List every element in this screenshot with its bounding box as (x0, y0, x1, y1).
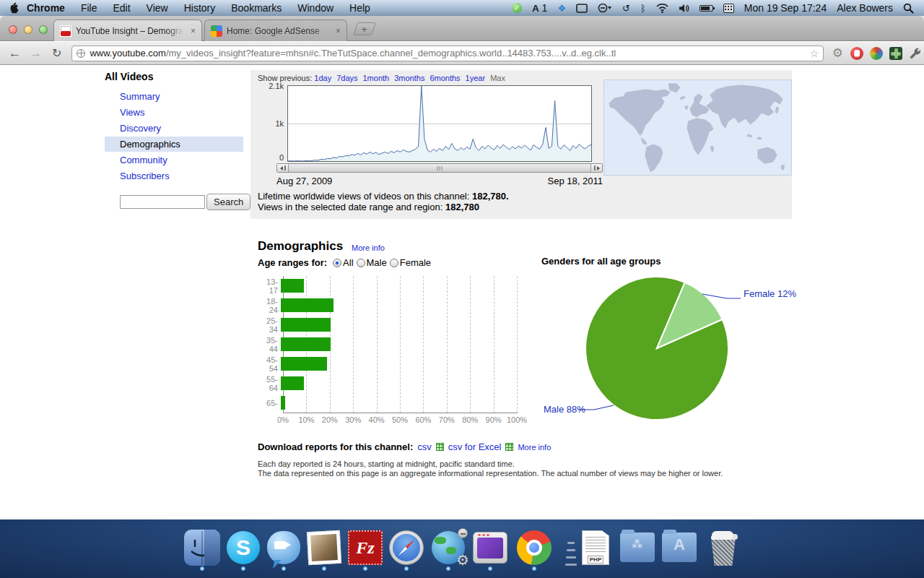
timeline-scrollbar[interactable] (276, 163, 603, 173)
app-a-status-icon[interactable]: A 1 (532, 2, 547, 14)
menu-edit[interactable]: Edit (105, 2, 138, 14)
zoom-window-button[interactable] (39, 25, 48, 34)
csv-file-icon[interactable] (436, 443, 444, 451)
dock-filezilla-icon[interactable]: Fz (347, 530, 383, 566)
menu-clock[interactable]: Mon 19 Sep 17:24 (744, 2, 827, 14)
sidebar-item-subscribers[interactable]: Subscribers (105, 168, 249, 184)
tab-adsense[interactable]: Home: Google AdSense × (204, 20, 347, 41)
dropbox-icon[interactable]: ❖ (557, 2, 566, 14)
dock-skype-icon[interactable]: S (225, 530, 261, 566)
url-host: www.youtube.com (90, 48, 166, 59)
range-6months[interactable]: 6months (430, 74, 460, 82)
radio-female-label[interactable]: Female (400, 257, 431, 268)
menu-app-name[interactable]: Chrome (19, 2, 73, 14)
menu-bookmarks[interactable]: Bookmarks (223, 2, 289, 14)
range-1year[interactable]: 1year (466, 74, 486, 82)
display-icon[interactable] (576, 2, 588, 14)
extension-colorful-icon[interactable] (870, 47, 883, 60)
bookmark-star-icon[interactable]: ☆ (810, 48, 819, 59)
dock-php-file-icon[interactable]: PHP (578, 530, 614, 566)
extension-plus-icon[interactable] (889, 47, 902, 60)
menu-file[interactable]: File (73, 2, 105, 14)
sidebar-search-button[interactable]: Search (206, 194, 250, 210)
bar-axis-ticks: 0% 10% 20% 30% 40% 50% 60% 70% 80% 90% 1… (283, 415, 517, 426)
age-ranges-filter: Age ranges for: All Male Female (258, 257, 431, 268)
scrollbar-left-handle[interactable] (277, 164, 289, 172)
menu-user[interactable]: Alex Bowers (837, 2, 893, 14)
pie-label-male: Male 88% (544, 404, 585, 415)
battery-icon[interactable] (699, 2, 713, 14)
sidebar-search-input[interactable] (120, 195, 205, 209)
range-3months[interactable]: 3months (394, 74, 424, 82)
radio-all[interactable] (333, 259, 341, 267)
apple-menu-icon[interactable] (9, 2, 19, 14)
csv-excel-link[interactable]: csv for Excel (448, 441, 502, 452)
chrome-settings-wrench-icon[interactable] (909, 47, 922, 60)
keyboard-viewer-icon[interactable] (723, 2, 734, 14)
csv-link[interactable]: csv (417, 441, 432, 452)
csv-excel-file-icon[interactable] (505, 443, 513, 451)
radio-all-label[interactable]: All (343, 257, 353, 268)
dock-trash-icon[interactable] (705, 530, 741, 566)
wifi-icon[interactable] (656, 2, 668, 14)
forward-button[interactable]: → (30, 46, 42, 61)
new-tab-button[interactable]: + (353, 22, 376, 35)
extension-adblock-icon[interactable] (850, 47, 863, 60)
extension-gear-icon[interactable]: ⚙ (831, 47, 844, 60)
browser-window: YouTube Insight – Demograp × Home: Googl… (0, 16, 924, 519)
do-not-disturb-icon[interactable] (598, 2, 612, 14)
range-max[interactable]: Max (490, 74, 505, 82)
dock-applications-folder-icon[interactable]: A (661, 530, 697, 566)
world-map[interactable] (603, 79, 792, 176)
address-bar[interactable]: www.youtube.com /my_videos_insight?featu… (71, 46, 824, 61)
sidebar-item-discovery[interactable]: Discovery (105, 121, 249, 136)
timeline-area (288, 86, 591, 161)
tab-strip: YouTube Insight – Demograp × Home: Googl… (0, 16, 924, 41)
close-window-button[interactable] (9, 25, 17, 34)
tab-close-icon[interactable]: × (188, 26, 196, 36)
menu-help[interactable]: Help (341, 2, 378, 14)
radio-male-label[interactable]: Male (367, 257, 387, 268)
range-7days[interactable]: 7days (336, 74, 357, 82)
download-more-info-link[interactable]: More info (518, 443, 551, 452)
sidebar-item-community[interactable]: Community (105, 152, 249, 168)
back-button[interactable]: ← (9, 46, 21, 61)
dock-screen-sharing-icon[interactable] (472, 530, 508, 566)
dock-shared-folder-icon[interactable]: ⁂ (619, 530, 655, 566)
range-1day[interactable]: 1day (314, 74, 331, 82)
dock-ichat-icon[interactable] (266, 530, 302, 566)
sidebar-item-views[interactable]: Views (105, 105, 249, 120)
spotlight-icon[interactable] (903, 2, 914, 14)
age-bar-chart: 13-17 18-24 25-34 35-44 45-54 55-64 65- … (258, 276, 532, 413)
site-globe-icon[interactable] (77, 49, 85, 58)
screen: Chrome File Edit View History Bookmarks … (0, 0, 924, 578)
menu-view[interactable]: View (139, 2, 176, 14)
minimize-window-button[interactable] (24, 25, 32, 34)
bar-25-34 (281, 318, 331, 332)
sidebar-item-demographics[interactable]: Demographics (105, 137, 243, 152)
dock-chrome-icon[interactable] (516, 530, 552, 566)
menu-history[interactable]: History (176, 2, 224, 14)
tab-close-icon[interactable]: × (333, 26, 341, 36)
sidebar-item-summary[interactable]: Summary (105, 89, 249, 104)
bar-13-17 (281, 279, 304, 293)
scrollbar-grip[interactable] (437, 166, 443, 171)
pie-label-female: Female 12% (744, 288, 796, 299)
dock-safari-icon[interactable] (388, 530, 424, 566)
antivirus-status-icon[interactable]: ✓ (512, 3, 522, 13)
dock-finder-icon[interactable] (184, 530, 220, 566)
reload-button[interactable]: ↻ (52, 46, 61, 60)
bar-18-24 (281, 298, 334, 312)
radio-female[interactable] (390, 259, 398, 267)
dock-mail-icon[interactable] (306, 530, 342, 566)
dock-network-globe-icon[interactable]: ⚙ (430, 530, 466, 566)
menu-window[interactable]: Window (289, 2, 341, 14)
radio-male[interactable] (357, 259, 365, 267)
bluetooth-icon[interactable]: ᛒ (640, 2, 646, 14)
volume-icon[interactable] (679, 2, 689, 14)
tab-youtube-insight[interactable]: YouTube Insight – Demograp × (53, 20, 202, 41)
range-1month[interactable]: 1month (363, 74, 390, 82)
demographics-more-info-link[interactable]: More info (352, 243, 385, 252)
scrollbar-right-handle[interactable] (590, 164, 602, 172)
time-machine-icon[interactable]: ↺ (622, 2, 630, 14)
